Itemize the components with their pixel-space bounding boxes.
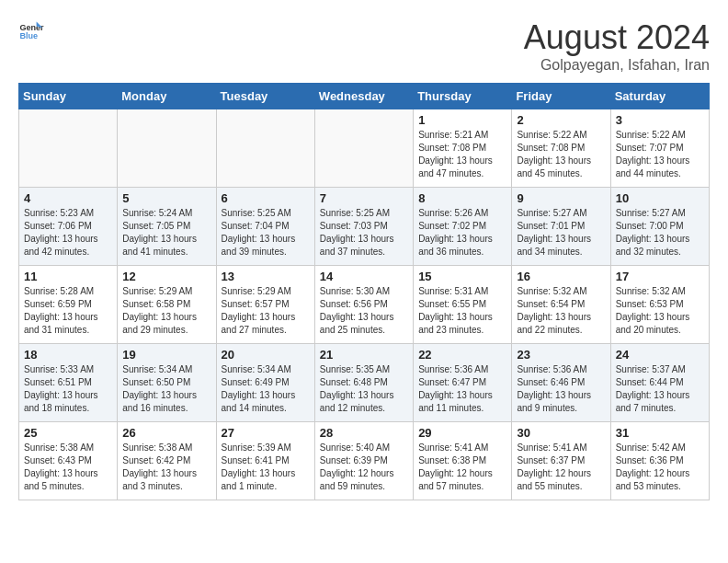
calendar-cell <box>216 109 314 188</box>
day-number: 17 <box>616 270 704 283</box>
day-info: Sunrise: 5:39 AMSunset: 6:41 PMDaylight:… <box>222 442 310 493</box>
day-number: 8 <box>418 191 506 205</box>
calendar-cell: 27Sunrise: 5:39 AMSunset: 6:41 PMDayligh… <box>216 422 314 500</box>
calendar-cell: 31Sunrise: 5:42 AMSunset: 6:36 PMDayligh… <box>610 422 709 500</box>
day-info: Sunrise: 5:25 AMSunset: 7:04 PMDaylight:… <box>222 207 310 259</box>
calendar-cell: 4Sunrise: 5:23 AMSunset: 7:06 PMDaylight… <box>19 188 118 266</box>
calendar-cell: 1Sunrise: 5:21 AMSunset: 7:08 PMDaylight… <box>414 109 512 188</box>
day-info: Sunrise: 5:28 AMSunset: 6:59 PMDaylight:… <box>24 285 112 337</box>
day-number: 12 <box>122 270 210 283</box>
calendar-cell: 13Sunrise: 5:29 AMSunset: 6:57 PMDayligh… <box>216 266 314 344</box>
day-info: Sunrise: 5:22 AMSunset: 7:07 PMDaylight:… <box>616 129 704 180</box>
day-number: 18 <box>24 348 112 362</box>
logo: General Blue <box>18 18 44 44</box>
calendar-cell: 5Sunrise: 5:24 AMSunset: 7:05 PMDaylight… <box>118 188 216 266</box>
day-info: Sunrise: 5:32 AMSunset: 6:53 PMDaylight:… <box>616 285 704 337</box>
day-header-thursday: Thursday <box>414 84 512 109</box>
header: General Blue August 2024 Golpayegan, Isf… <box>18 18 710 74</box>
day-info: Sunrise: 5:21 AMSunset: 7:08 PMDaylight:… <box>418 129 506 180</box>
calendar-cell: 28Sunrise: 5:40 AMSunset: 6:39 PMDayligh… <box>314 422 413 500</box>
title-area: August 2024 Golpayegan, Isfahan, Iran <box>524 18 710 74</box>
calendar-week-2: 4Sunrise: 5:23 AMSunset: 7:06 PMDaylight… <box>19 188 710 266</box>
day-info: Sunrise: 5:35 AMSunset: 6:48 PMDaylight:… <box>320 363 408 415</box>
calendar-cell: 6Sunrise: 5:25 AMSunset: 7:04 PMDaylight… <box>216 188 314 266</box>
day-header-wednesday: Wednesday <box>314 84 413 109</box>
calendar-cell: 11Sunrise: 5:28 AMSunset: 6:59 PMDayligh… <box>19 266 118 344</box>
day-number: 16 <box>517 270 605 283</box>
calendar-cell: 25Sunrise: 5:38 AMSunset: 6:43 PMDayligh… <box>19 422 118 500</box>
calendar-table: SundayMondayTuesdayWednesdayThursdayFrid… <box>18 83 710 500</box>
day-info: Sunrise: 5:27 AMSunset: 7:01 PMDaylight:… <box>517 207 605 259</box>
calendar-cell <box>118 109 216 188</box>
day-info: Sunrise: 5:41 AMSunset: 6:38 PMDaylight:… <box>418 442 506 493</box>
day-number: 21 <box>320 348 408 362</box>
day-info: Sunrise: 5:41 AMSunset: 6:37 PMDaylight:… <box>517 442 605 493</box>
day-number: 9 <box>517 191 605 205</box>
header-row: SundayMondayTuesdayWednesdayThursdayFrid… <box>19 84 710 109</box>
day-number: 27 <box>222 426 310 440</box>
day-number: 22 <box>418 348 506 362</box>
day-header-tuesday: Tuesday <box>216 84 314 109</box>
day-number: 5 <box>122 191 210 205</box>
day-info: Sunrise: 5:34 AMSunset: 6:49 PMDaylight:… <box>222 363 310 415</box>
day-info: Sunrise: 5:22 AMSunset: 7:08 PMDaylight:… <box>517 129 605 180</box>
calendar-cell: 20Sunrise: 5:34 AMSunset: 6:49 PMDayligh… <box>216 344 314 422</box>
day-info: Sunrise: 5:31 AMSunset: 6:55 PMDaylight:… <box>418 285 506 337</box>
calendar-cell: 3Sunrise: 5:22 AMSunset: 7:07 PMDaylight… <box>610 109 709 188</box>
calendar-cell: 22Sunrise: 5:36 AMSunset: 6:47 PMDayligh… <box>414 344 512 422</box>
day-header-friday: Friday <box>512 84 610 109</box>
day-info: Sunrise: 5:42 AMSunset: 6:36 PMDaylight:… <box>616 442 704 493</box>
day-number: 10 <box>616 191 704 205</box>
calendar-cell: 8Sunrise: 5:26 AMSunset: 7:02 PMDaylight… <box>414 188 512 266</box>
day-number: 15 <box>418 270 506 283</box>
calendar-cell: 21Sunrise: 5:35 AMSunset: 6:48 PMDayligh… <box>314 344 413 422</box>
day-number: 23 <box>517 348 605 362</box>
calendar-cell: 30Sunrise: 5:41 AMSunset: 6:37 PMDayligh… <box>512 422 610 500</box>
calendar-cell: 17Sunrise: 5:32 AMSunset: 6:53 PMDayligh… <box>610 266 709 344</box>
calendar-cell: 19Sunrise: 5:34 AMSunset: 6:50 PMDayligh… <box>118 344 216 422</box>
calendar-cell <box>314 109 413 188</box>
day-number: 3 <box>616 113 704 127</box>
day-info: Sunrise: 5:24 AMSunset: 7:05 PMDaylight:… <box>122 207 210 259</box>
day-info: Sunrise: 5:38 AMSunset: 6:42 PMDaylight:… <box>122 442 210 493</box>
calendar-cell: 14Sunrise: 5:30 AMSunset: 6:56 PMDayligh… <box>314 266 413 344</box>
day-info: Sunrise: 5:36 AMSunset: 6:46 PMDaylight:… <box>517 363 605 415</box>
day-info: Sunrise: 5:36 AMSunset: 6:47 PMDaylight:… <box>418 363 506 415</box>
day-number: 4 <box>24 191 112 205</box>
day-number: 30 <box>517 426 605 440</box>
calendar-cell: 26Sunrise: 5:38 AMSunset: 6:42 PMDayligh… <box>118 422 216 500</box>
calendar-cell: 23Sunrise: 5:36 AMSunset: 6:46 PMDayligh… <box>512 344 610 422</box>
calendar-cell: 10Sunrise: 5:27 AMSunset: 7:00 PMDayligh… <box>610 188 709 266</box>
calendar-cell: 24Sunrise: 5:37 AMSunset: 6:44 PMDayligh… <box>610 344 709 422</box>
day-number: 14 <box>320 270 408 283</box>
day-header-monday: Monday <box>118 84 216 109</box>
day-number: 13 <box>222 270 310 283</box>
day-header-sunday: Sunday <box>19 84 118 109</box>
calendar-week-1: 1Sunrise: 5:21 AMSunset: 7:08 PMDaylight… <box>19 109 710 188</box>
day-number: 28 <box>320 426 408 440</box>
svg-text:Blue: Blue <box>19 31 38 40</box>
calendar-cell: 16Sunrise: 5:32 AMSunset: 6:54 PMDayligh… <box>512 266 610 344</box>
calendar-cell <box>19 109 118 188</box>
day-info: Sunrise: 5:38 AMSunset: 6:43 PMDaylight:… <box>24 442 112 493</box>
day-number: 31 <box>616 426 704 440</box>
day-number: 29 <box>418 426 506 440</box>
day-number: 26 <box>122 426 210 440</box>
day-number: 6 <box>222 191 310 205</box>
day-info: Sunrise: 5:34 AMSunset: 6:50 PMDaylight:… <box>122 363 210 415</box>
day-number: 19 <box>122 348 210 362</box>
day-info: Sunrise: 5:27 AMSunset: 7:00 PMDaylight:… <box>616 207 704 259</box>
calendar-cell: 18Sunrise: 5:33 AMSunset: 6:51 PMDayligh… <box>19 344 118 422</box>
calendar-cell: 29Sunrise: 5:41 AMSunset: 6:38 PMDayligh… <box>414 422 512 500</box>
day-number: 11 <box>24 270 112 283</box>
day-info: Sunrise: 5:30 AMSunset: 6:56 PMDaylight:… <box>320 285 408 337</box>
day-number: 2 <box>517 113 605 127</box>
day-number: 7 <box>320 191 408 205</box>
day-header-saturday: Saturday <box>610 84 709 109</box>
calendar-cell: 9Sunrise: 5:27 AMSunset: 7:01 PMDaylight… <box>512 188 610 266</box>
calendar-cell: 12Sunrise: 5:29 AMSunset: 6:58 PMDayligh… <box>118 266 216 344</box>
page-title: August 2024 <box>524 18 710 57</box>
day-info: Sunrise: 5:29 AMSunset: 6:58 PMDaylight:… <box>122 285 210 337</box>
calendar-cell: 15Sunrise: 5:31 AMSunset: 6:55 PMDayligh… <box>414 266 512 344</box>
calendar-week-3: 11Sunrise: 5:28 AMSunset: 6:59 PMDayligh… <box>19 266 710 344</box>
